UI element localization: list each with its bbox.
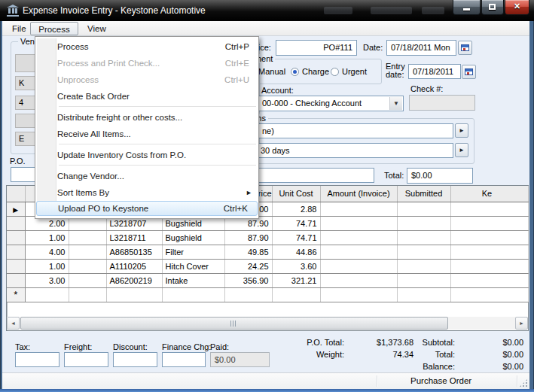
- grid-cell[interactable]: [320, 273, 397, 287]
- grid-cell[interactable]: [450, 245, 528, 259]
- menu-view[interactable]: View: [81, 22, 112, 35]
- radio-urgent[interactable]: [331, 68, 339, 76]
- grid-cell[interactable]: Filter: [162, 245, 224, 259]
- grid-cell[interactable]: [397, 245, 450, 259]
- radio-urgent-label[interactable]: Urgent: [342, 67, 367, 76]
- tax-field[interactable]: [15, 352, 60, 367]
- grid-cell[interactable]: [397, 287, 450, 302]
- grid-header-amount[interactable]: Amount (Invoice): [320, 186, 397, 202]
- grid-cell[interactable]: [320, 259, 397, 273]
- grid-cell[interactable]: [106, 287, 162, 302]
- grid-header[interactable]: [7, 186, 25, 202]
- finance-chg-field[interactable]: [162, 352, 206, 367]
- grid-cell[interactable]: [69, 230, 106, 245]
- grid-cell[interactable]: Bugshield: [162, 230, 224, 245]
- grid-cell[interactable]: [450, 216, 528, 230]
- grid-cell[interactable]: 3.00: [25, 273, 69, 287]
- grid-cell[interactable]: Hitch Cover: [162, 259, 224, 273]
- grid-cell[interactable]: [25, 287, 69, 302]
- menu-file[interactable]: File: [6, 22, 32, 35]
- maximize-button[interactable]: [481, 0, 504, 15]
- grid-cell[interactable]: A86200219: [106, 273, 162, 287]
- row-selector[interactable]: [7, 245, 25, 259]
- grid-cell[interactable]: [272, 287, 320, 302]
- close-button[interactable]: ✕: [505, 0, 529, 15]
- grid-cell[interactable]: [397, 273, 450, 287]
- grid-cell[interactable]: [397, 216, 450, 230]
- table-row[interactable]: 1.00 A1110205 Hitch Cover 24.25 3.60: [7, 259, 528, 273]
- grid-header-unit-cost[interactable]: Unit Cost: [272, 186, 320, 202]
- grid-cell[interactable]: [320, 230, 397, 245]
- invoice-number-field[interactable]: PO#111: [276, 40, 357, 56]
- grid-cell[interactable]: 74.71: [272, 216, 320, 230]
- row-selector[interactable]: [7, 259, 25, 273]
- titlebar[interactable]: Expense Invoice Entry - Keystone Automot…: [0, 0, 534, 21]
- grid-cell[interactable]: 356.90: [224, 273, 272, 287]
- row-selector[interactable]: [7, 230, 25, 245]
- grid-cell[interactable]: A1110205: [106, 259, 162, 273]
- table-row[interactable]: 1.00 L3218711 Bugshield 87.90 74.71: [7, 230, 528, 245]
- grid-cell[interactable]: 4.00: [25, 245, 69, 259]
- grid-cell[interactable]: [397, 202, 450, 216]
- grid-cell[interactable]: [162, 287, 224, 302]
- scroll-right-button[interactable]: ►: [515, 317, 528, 330]
- grid-cell[interactable]: 49.85: [224, 245, 272, 259]
- grid-cell[interactable]: 1.00: [25, 230, 69, 245]
- menu-item-receive-all-items[interactable]: Receive All Items...: [35, 126, 258, 142]
- grid-cell[interactable]: 87.90: [224, 230, 272, 245]
- resize-grip[interactable]: [519, 378, 528, 387]
- grid-cell[interactable]: A86850135: [106, 245, 162, 259]
- grid-cell[interactable]: [69, 287, 106, 302]
- grid-cell[interactable]: L3218711: [106, 230, 162, 245]
- grid-cell[interactable]: 44.86: [272, 245, 320, 259]
- grid-cell[interactable]: [397, 259, 450, 273]
- table-new-row[interactable]: *: [7, 287, 528, 302]
- new-row-selector[interactable]: *: [7, 287, 25, 302]
- grid-cell[interactable]: [69, 245, 106, 259]
- grid-cell[interactable]: 3.60: [272, 259, 320, 273]
- scroll-left-button[interactable]: ◄: [7, 317, 20, 330]
- grid-cell[interactable]: 321.21: [272, 273, 320, 287]
- menu-item-distribute-freight[interactable]: Distribute freight or other costs...: [35, 109, 258, 126]
- entry-date-calendar-button[interactable]: [462, 65, 476, 79]
- grid-h-scrollbar[interactable]: ◄ ►: [7, 317, 528, 330]
- grid-cell[interactable]: [450, 259, 528, 273]
- grid-cell[interactable]: 1.00: [25, 259, 69, 273]
- menu-item-upload-po-to-keystone[interactable]: Upload PO to KeystoneCtrl+K: [36, 201, 258, 216]
- grid-cell[interactable]: [320, 245, 397, 259]
- grid-cell[interactable]: [450, 202, 528, 216]
- minimize-button[interactable]: [453, 0, 481, 15]
- grid-header-submitted[interactable]: Submitted: [397, 186, 450, 202]
- freight-field[interactable]: [64, 352, 108, 367]
- grid-cell[interactable]: [320, 287, 397, 302]
- date-field[interactable]: 07/18/2011 Mon: [386, 40, 456, 56]
- grid-cell[interactable]: [320, 216, 397, 230]
- header-total-field[interactable]: $0.00: [407, 168, 473, 184]
- menu-process[interactable]: Process: [30, 22, 78, 35]
- scrollbar-thumb[interactable]: [20, 317, 448, 330]
- grid-cell[interactable]: 24.25: [224, 259, 272, 273]
- row-selector[interactable]: ▶: [7, 202, 25, 216]
- discount-field[interactable]: [113, 352, 157, 367]
- grid-cell[interactable]: [224, 287, 272, 302]
- grid-cell[interactable]: [450, 287, 528, 302]
- menu-item-create-back-order[interactable]: Create Back Order: [35, 88, 258, 105]
- row-selector[interactable]: [7, 216, 25, 230]
- table-row[interactable]: 4.00 A86850135 Filter 49.85 44.86: [7, 245, 528, 259]
- radio-charge-label[interactable]: Charge: [302, 67, 329, 76]
- grid-cell[interactable]: [69, 273, 106, 287]
- menu-item-process[interactable]: ProcessCtrl+P: [35, 38, 258, 55]
- menu-item-update-inventory-costs[interactable]: Update Inventory Costs from P.O.: [35, 147, 258, 163]
- terms-picker-button[interactable]: ►: [455, 143, 468, 157]
- radio-manual-label[interactable]: Manual: [258, 67, 285, 76]
- grid-header-key[interactable]: Ke: [450, 186, 528, 202]
- table-row[interactable]: 3.00 A86200219 Intake 356.90 321.21: [7, 273, 528, 287]
- chevron-down-icon[interactable]: ▼: [389, 97, 402, 110]
- grid-cell[interactable]: [450, 230, 528, 245]
- menu-item-sort-items-by[interactable]: Sort Items By►: [35, 184, 258, 201]
- grid-cell[interactable]: Intake: [162, 273, 224, 287]
- grid-cell[interactable]: [320, 202, 397, 216]
- grid-cell[interactable]: [397, 230, 450, 245]
- entry-date-field[interactable]: 07/18/2011: [408, 64, 461, 79]
- terms-message-picker-button[interactable]: ►: [455, 123, 468, 138]
